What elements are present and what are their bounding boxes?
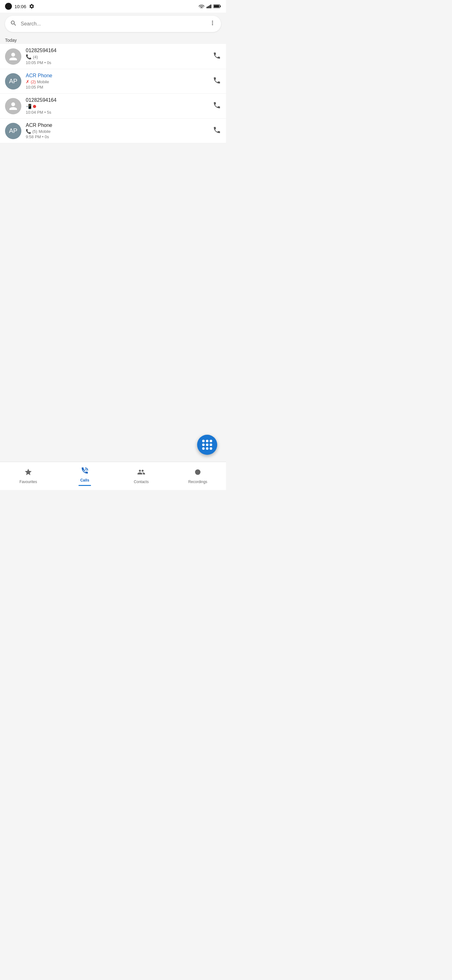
calls-label: Calls [80,478,89,482]
nav-favourites[interactable]: Favourites [0,466,57,487]
recording-dot-3 [33,105,36,108]
call-info-3: 01282594164 📲 10:04 PM • 5s [26,97,208,115]
svg-point-7 [195,469,200,475]
call-name-4: ACR Phone [26,123,208,128]
avatar-initials-2: AP [9,78,17,85]
avatar-4: AP [5,123,21,139]
status-bar-left: 10:06 [5,3,35,10]
search-input[interactable] [21,21,205,27]
call-info-4: ACR Phone 📞 (5) Mobile 9:58 PM • 0s [26,123,208,139]
favourites-label: Favourites [19,480,37,484]
section-today: Today [0,35,226,44]
call-list: 01282594164 📞 (4) 10:05 PM • 0s AP ACR P… [0,44,226,143]
call-time-4: 9:58 PM • 0s [26,134,208,139]
call-name-1: 01282594164 [26,48,208,53]
call-type-4: Mobile [39,129,51,134]
settings-icon [29,3,35,9]
outgoing-icon-4: 📞 [26,129,31,134]
status-time: 10:06 [14,4,26,9]
contacts-label: Contacts [134,480,149,484]
call-phone-button-3[interactable] [213,101,221,111]
status-bar: 10:06 [0,0,226,13]
call-time-1: 10:05 PM • 0s [26,60,208,65]
call-count-1: (4) [33,55,38,59]
call-item-1: 01282594164 📞 (4) 10:05 PM • 0s [0,44,226,69]
call-phone-button-4[interactable] [213,126,221,136]
call-meta-2: ✗ (2) Mobile [26,79,208,84]
call-meta-4: 📞 (5) Mobile [26,129,208,134]
missed-icon-2: ✗ [26,79,30,84]
nav-contacts[interactable]: Contacts [113,466,170,487]
bottom-nav: Favourites Calls Contacts Recordings [0,462,226,490]
avatar-initials-4: AP [9,127,17,134]
svg-rect-1 [208,6,209,8]
outgoing-icon-1: 📞 [26,54,32,60]
svg-rect-0 [206,7,208,8]
nav-recordings[interactable]: Recordings [170,466,226,487]
more-options-icon[interactable] [209,19,216,28]
call-meta-1: 📞 (4) [26,54,208,60]
dialpad-fab[interactable] [197,435,217,455]
call-item-3: 01282594164 📲 10:04 PM • 5s [0,94,226,119]
search-icon [10,20,17,28]
battery-icon [213,4,221,8]
calls-active-underline [78,485,91,486]
call-name-3: 01282594164 [26,97,208,103]
avatar-1 [5,48,21,65]
call-phone-button-1[interactable] [213,51,221,62]
status-circle [5,3,12,10]
call-type-2: Mobile [37,80,49,84]
call-meta-3: 📲 [26,103,208,109]
wifi-icon [198,4,205,8]
call-count-2: (2) [31,80,36,84]
dialpad-grid-icon [202,440,212,450]
recordings-label: Recordings [188,480,208,484]
svg-rect-6 [220,5,220,7]
svg-rect-2 [209,5,210,8]
avatar-3 [5,98,21,115]
call-info-1: 01282594164 📞 (4) 10:05 PM • 0s [26,48,208,65]
call-item-4: AP ACR Phone 📞 (5) Mobile 9:58 PM • 0s [0,119,226,143]
status-bar-right [198,4,221,8]
call-name-2: ACR Phone [26,73,208,78]
svg-rect-3 [210,5,211,8]
avatar-2: AP [5,73,21,89]
signal-icon [206,4,212,8]
nav-calls[interactable]: Calls [57,464,113,488]
incoming-icon-3: 📲 [26,103,32,109]
call-time-3: 10:04 PM • 5s [26,110,208,115]
svg-rect-5 [214,5,219,8]
call-time-2: 10:05 PM [26,85,208,89]
recordings-icon [193,468,202,478]
call-count-4: (5) [32,129,37,134]
search-bar [5,16,221,32]
favourites-icon [24,468,32,478]
calls-icon [81,466,89,477]
call-phone-button-2[interactable] [213,76,221,86]
call-info-2: ACR Phone ✗ (2) Mobile 10:05 PM [26,73,208,89]
contacts-icon [137,468,145,478]
call-item-2: AP ACR Phone ✗ (2) Mobile 10:05 PM [0,69,226,94]
